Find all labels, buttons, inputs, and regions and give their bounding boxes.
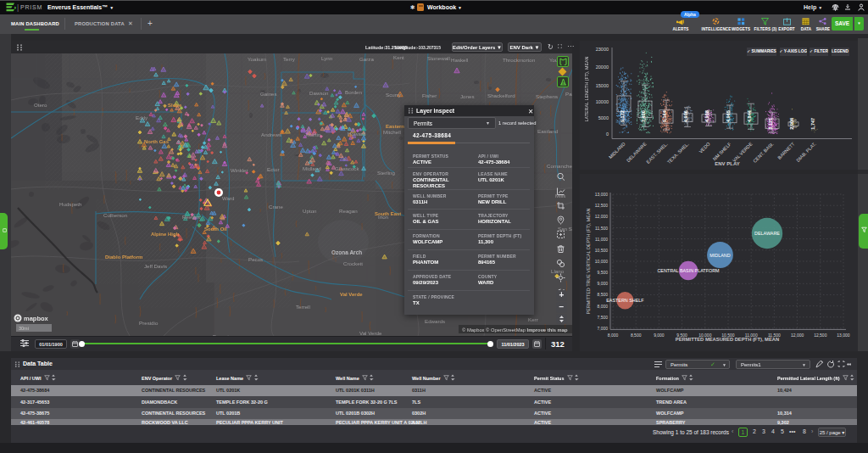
- svg-text:Shackelford: Shackelford: [487, 92, 515, 98]
- svg-text:4,844: 4,844: [747, 109, 752, 122]
- svg-text:TEXA. SHEL.: TEXA. SHEL.: [666, 141, 690, 165]
- svg-text:8,000: 8,000: [597, 304, 608, 309]
- svg-text:10000: 10000: [596, 99, 609, 104]
- svg-text:30mi: 30mi: [19, 326, 29, 331]
- svg-text:VAL VERDE: VAL VERDE: [732, 141, 754, 163]
- svg-text:Reeves: Reeves: [182, 214, 200, 220]
- svg-text:Slope: Slope: [168, 103, 182, 108]
- svg-text:South East: South East: [375, 211, 401, 216]
- svg-text:12,000: 12,000: [791, 333, 804, 338]
- svg-text:5000: 5000: [598, 115, 609, 120]
- svg-text:Edwards: Edwards: [425, 318, 445, 324]
- svg-text:11,500: 11,500: [595, 226, 608, 231]
- svg-text:mapbox: mapbox: [24, 315, 49, 322]
- svg-text:4,965: 4,965: [726, 110, 731, 122]
- svg-text:CENT. BASI.: CENT. BASI.: [752, 141, 775, 164]
- svg-text:Presidio: Presidio: [139, 320, 159, 326]
- svg-text:8,000: 8,000: [608, 333, 619, 338]
- svg-text:20000: 20000: [596, 64, 609, 70]
- svg-text:Andrews: Andrews: [261, 131, 281, 137]
- svg-text:8,500: 8,500: [631, 333, 642, 338]
- svg-text:Ward: Ward: [222, 195, 235, 201]
- svg-text:Yoakum: Yoakum: [248, 56, 266, 62]
- svg-text:Throckmorton: Throckmorton: [503, 57, 536, 63]
- svg-text:Reagan: Reagan: [339, 208, 358, 214]
- svg-text:Crane: Crane: [269, 204, 283, 210]
- svg-text:10,000: 10,000: [595, 259, 609, 264]
- svg-text:23000: 23000: [596, 47, 609, 52]
- svg-text:12,500: 12,500: [595, 203, 609, 208]
- svg-text:0: 0: [606, 131, 609, 137]
- svg-text:Garza: Garza: [359, 56, 374, 62]
- svg-text:Stonewall: Stonewall: [427, 55, 450, 61]
- svg-text:Terry: Terry: [283, 56, 296, 62]
- svg-text:Eastland: Eastland: [537, 128, 559, 134]
- svg-text:© Mapbox © OpenStreetMap Impro: © Mapbox © OpenStreetMap Improve this ma…: [462, 327, 568, 333]
- svg-text:BARNETT: BARNETT: [776, 141, 796, 160]
- svg-text:Culberson: Culberson: [103, 212, 128, 218]
- svg-text:Val Verde: Val Verde: [359, 330, 382, 336]
- svg-text:CENTRAL BASIN PLATFORM: CENTRAL BASIN PLATFORM: [657, 268, 720, 273]
- svg-text:Glasscock: Glasscock: [335, 165, 359, 171]
- svg-text:9,000: 9,000: [654, 333, 665, 338]
- svg-text:13,000: 13,000: [837, 333, 850, 338]
- svg-text:13,000: 13,000: [595, 192, 609, 197]
- svg-text:10,500: 10,500: [595, 248, 609, 253]
- svg-text:9,500: 9,500: [597, 270, 608, 275]
- svg-text:7,400: 7,400: [641, 110, 646, 122]
- svg-text:Hudspeth: Hudspeth: [59, 201, 82, 207]
- svg-text:PERMITTED MEASURED DEPTH (FT),: PERMITTED MEASURED DEPTH (FT), MEAN: [676, 337, 779, 342]
- svg-text:7,000: 7,000: [597, 326, 608, 331]
- svg-text:MIDLAND: MIDLAND: [608, 141, 626, 159]
- svg-text:ENV PLAY: ENV PLAY: [715, 161, 739, 166]
- svg-text:DELAWARE: DELAWARE: [626, 141, 648, 163]
- svg-text:Winkler: Winkler: [231, 167, 248, 173]
- svg-text:11,000: 11,000: [595, 237, 608, 242]
- svg-text:Midland: Midland: [303, 165, 321, 171]
- svg-text:Dawson: Dawson: [309, 90, 329, 96]
- svg-text:LATERAL LENGTH (FT), MEAN: LATERAL LENGTH (FT), MEAN: [584, 56, 589, 121]
- svg-text:Upton: Upton: [303, 208, 317, 214]
- svg-text:2,904: 2,904: [789, 117, 794, 130]
- svg-text:Scurry: Scurry: [386, 92, 402, 98]
- svg-text:Gaines: Gaines: [260, 91, 277, 97]
- svg-text:Alpine High: Alpine High: [151, 232, 180, 237]
- svg-text:8,500: 8,500: [597, 292, 608, 297]
- svg-text:NM SHELF: NM SHELF: [712, 141, 732, 161]
- svg-text:Comanche: Comanche: [547, 163, 572, 169]
- svg-text:12,500: 12,500: [814, 333, 827, 338]
- svg-text:VEDO: VEDO: [698, 141, 711, 154]
- svg-text:North Gas: North Gas: [144, 139, 170, 144]
- svg-text:EASTERN SHELF: EASTERN SHELF: [606, 298, 644, 303]
- svg-text:Martin: Martin: [306, 131, 321, 137]
- svg-text:Terrell: Terrell: [296, 304, 310, 310]
- svg-text:4,996: 4,996: [683, 110, 688, 122]
- svg-text:12,000: 12,000: [595, 214, 609, 219]
- svg-text:Lynn: Lynn: [321, 55, 333, 61]
- svg-text:Otero: Otero: [34, 102, 47, 108]
- svg-text:Kent: Kent: [393, 54, 404, 60]
- svg-text:PERMITTED TRUE VERTICAL DEPTH: PERMITTED TRUE VERTICAL DEPTH (FT), MEAN: [586, 208, 591, 314]
- svg-text:Stephens: Stephens: [536, 93, 558, 99]
- svg-text:9,172: 9,172: [620, 110, 625, 122]
- svg-text:Eddy: Eddy: [136, 115, 148, 120]
- svg-text:Val Verde: Val Verde: [340, 292, 363, 297]
- svg-text:DIAB. PLAT.: DIAB. PLAT.: [795, 141, 817, 163]
- svg-text:Fisher: Fisher: [422, 92, 437, 98]
- svg-text:Mitchell: Mitchell: [383, 129, 401, 135]
- svg-text:Borden: Borden: [345, 89, 363, 95]
- svg-text:Pecos: Pecos: [248, 256, 263, 262]
- svg-text:Palo: Palo: [565, 91, 572, 97]
- svg-text:5,164: 5,164: [662, 109, 667, 122]
- svg-text:4,938: 4,938: [704, 110, 709, 122]
- svg-text:1,747: 1,747: [810, 118, 815, 130]
- svg-text:3,121: 3,121: [768, 118, 773, 130]
- svg-text:7,500: 7,500: [597, 315, 608, 320]
- svg-text:DELAWARE: DELAWARE: [754, 231, 780, 236]
- svg-text:Diablo Platform: Diablo Platform: [105, 254, 142, 260]
- svg-text:Howard: Howard: [348, 131, 366, 137]
- svg-text:Kerr: Kerr: [528, 316, 538, 322]
- svg-text:9,000: 9,000: [597, 281, 608, 286]
- svg-text:Jones: Jones: [460, 93, 475, 99]
- svg-text:Ector: Ector: [267, 166, 279, 172]
